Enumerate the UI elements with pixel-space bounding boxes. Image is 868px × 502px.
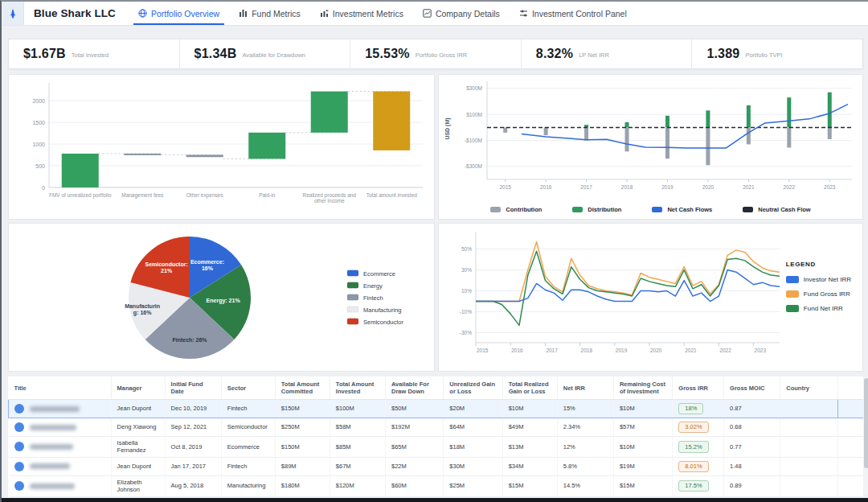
kpi-label: Total Invested <box>72 51 108 59</box>
fund-avatar <box>14 462 24 471</box>
cell-title <box>9 457 112 475</box>
cell-total-amount-committed: $150M <box>275 400 330 418</box>
svg-text:2023: 2023 <box>824 184 836 190</box>
table-scrollbar[interactable] <box>863 376 868 494</box>
tab-fund-metrics[interactable]: Fund Metrics <box>231 2 309 25</box>
cell-unrealized-gain-or-loss: $18M <box>444 437 502 458</box>
svg-text:2016: 2016 <box>511 348 523 353</box>
cell-total-realized-gain-or-loss: $10M <box>502 400 557 418</box>
table-row[interactable]: Deng XiawongSep 12, 2021Semiconductor$25… <box>9 418 864 437</box>
table-row[interactable]: Jean DupontJan 17, 2017Fintech$89M$67M$2… <box>9 457 864 475</box>
table-row[interactable]: Elizabeth JohnsonAug 5, 2018Manufacturin… <box>9 475 864 496</box>
cell-gross-irr: 17.5% <box>673 475 724 496</box>
col-header-sector[interactable]: Sector <box>221 376 275 400</box>
gross-irr-badge: 8.01% <box>678 461 708 472</box>
cell-net-irr: 12% <box>557 437 613 458</box>
top-navigation-bar: Blue Shark LLC Portfolio OverviewFund Me… <box>2 2 868 26</box>
kpi-value: 15.53% <box>365 47 409 61</box>
cash-flow-chart-panel: $300M$100M-$100M-$300MUSD (M)20152016201… <box>438 74 863 220</box>
svg-text:2018: 2018 <box>621 184 633 190</box>
cell-total-realized-gain-or-loss: $13M <box>502 437 557 458</box>
col-header-gross-moic[interactable]: Gross MOIC <box>724 376 780 400</box>
cell-title <box>9 437 112 458</box>
col-header-available-for-draw-down[interactable]: Available For Draw Down <box>385 376 443 400</box>
cell-gross-irr: 18% <box>673 400 724 418</box>
tab-company-details[interactable]: Company Details <box>415 2 508 25</box>
col-header-total-realized-gain-or-loss[interactable]: Total Realized Gain or Loss <box>502 376 557 400</box>
legend-label: Investor Net IRR <box>804 276 851 283</box>
tab-investment-control-panel[interactable]: Investment Control Panel <box>511 2 635 25</box>
kpi-label: Portfolio TVPI <box>745 51 782 59</box>
sliders-icon <box>519 9 528 18</box>
col-header-country[interactable]: Country <box>780 376 837 400</box>
irr-chart-legend: LEGENDInvestor Net IRRFund Gross IRRFund… <box>786 261 851 312</box>
legend-swatch <box>786 276 799 283</box>
col-header-remaining-cost-of-investment[interactable]: Remaining Cost of Investment <box>613 376 672 400</box>
cell-gross-moic: 1.48 <box>724 457 780 475</box>
table-row[interactable]: Isabella FernandezOct 8, 2019Ecommerce$1… <box>9 437 864 458</box>
fund-avatar <box>14 422 24 432</box>
cell-initial-fund-date: Aug 5, 2018 <box>165 475 221 496</box>
svg-text:2016: 2016 <box>540 184 552 190</box>
redacted-title <box>30 444 73 450</box>
col-header-title[interactable]: Title <box>9 376 112 400</box>
kpi-card: 15.53%Portfolio Gross IRR <box>350 39 522 68</box>
col-header-manager[interactable]: Manager <box>111 376 165 400</box>
legend-label: Net Cash Flows <box>667 206 712 213</box>
col-header-net-irr[interactable]: Net IRR <box>557 376 613 400</box>
pie-legend-item-energy: Energy <box>347 282 403 289</box>
svg-text:USD (M): USD (M) <box>444 117 451 139</box>
cell-country <box>780 457 837 475</box>
cell-total-amount-invested: $58M <box>330 418 385 437</box>
legend-swatch <box>572 207 583 212</box>
table-row[interactable]: Jean DupontDec 10, 2019Fintech$150M$100M… <box>9 400 864 418</box>
pie-legend-item-manufacturing: Manufacturing <box>347 306 403 313</box>
kpi-card: $1.67BTotal Invested <box>9 39 180 68</box>
svg-text:2020: 2020 <box>650 348 662 353</box>
svg-text:2021: 2021 <box>685 348 697 353</box>
col-header-unrealized-gain-or-loss[interactable]: Unrealized Gain or Loss <box>444 376 502 400</box>
cell-net-irr: 5.8% <box>557 457 613 475</box>
kpi-card: 1.389Portfolio TVPI <box>692 39 862 68</box>
cell-gross-moic: 0.89 <box>724 475 780 496</box>
dashboard-window: Blue Shark LLC Portfolio OverviewFund Me… <box>0 0 868 502</box>
tab-investment-metrics[interactable]: Investment Metrics <box>312 2 411 25</box>
cell-gross-moic: 0.68 <box>724 418 780 437</box>
col-header-gross-irr[interactable]: Gross IRR <box>673 376 724 400</box>
redacted-title <box>30 406 80 412</box>
cell-country <box>780 400 837 418</box>
col-header-total-amount-committed[interactable]: Total Amount Committed <box>275 376 330 400</box>
legend-label: Energy <box>363 282 383 289</box>
table-scrollbar-thumb[interactable] <box>864 378 868 468</box>
redacted-title <box>30 483 75 489</box>
svg-text:-$100M: -$100M <box>465 138 482 143</box>
sector-pie-panel: Ecommerce:16%Energy: 21%Fintech: 26%Manu… <box>8 223 435 372</box>
irr-legend-item-fund-net-irr: Fund Net IRR <box>786 305 851 312</box>
cell-gross-moic: 0.87 <box>724 400 780 418</box>
legend-label: Distribution <box>588 206 621 213</box>
cell-available-for-draw-down: $50M <box>385 400 443 418</box>
kpi-card: 8.32%LP Net IRR <box>522 39 693 68</box>
legend-item-distribution: Distribution <box>572 206 621 213</box>
pie-legend-item-ecommerce: Ecommerce <box>347 270 403 277</box>
cell-sector: Manufacturing <box>221 475 275 496</box>
fund-avatar <box>14 442 24 451</box>
cell-gross-irr: 15.2% <box>673 437 724 458</box>
redacted-title <box>30 463 70 469</box>
svg-text:2017: 2017 <box>546 348 558 353</box>
tab-portfolio-overview[interactable]: Portfolio Overview <box>130 2 227 25</box>
col-header-initial-fund-date[interactable]: Initial Fund Date <box>165 376 221 400</box>
kpi-label: Available for Drawdown <box>242 51 305 59</box>
svg-text:2022: 2022 <box>719 348 731 353</box>
cell-total-amount-invested: $67M <box>330 457 385 475</box>
svg-text:50%: 50% <box>461 246 472 252</box>
legend-swatch <box>786 290 799 298</box>
sector-pie-legend: EcommerceEnergyFintechManufacturingSemic… <box>347 270 403 325</box>
col-header-total-amount-invested[interactable]: Total Amount Invested <box>330 376 385 400</box>
kpi-value: 1.389 <box>706 47 739 61</box>
svg-text:2022: 2022 <box>784 184 796 190</box>
cell-net-irr: 15% <box>557 400 613 418</box>
app-logo[interactable] <box>2 2 24 25</box>
cell-unrealized-gain-or-loss: $20M <box>444 400 502 418</box>
svg-text:FMV of unrealized portfolio: FMV of unrealized portfolio <box>49 192 112 199</box>
